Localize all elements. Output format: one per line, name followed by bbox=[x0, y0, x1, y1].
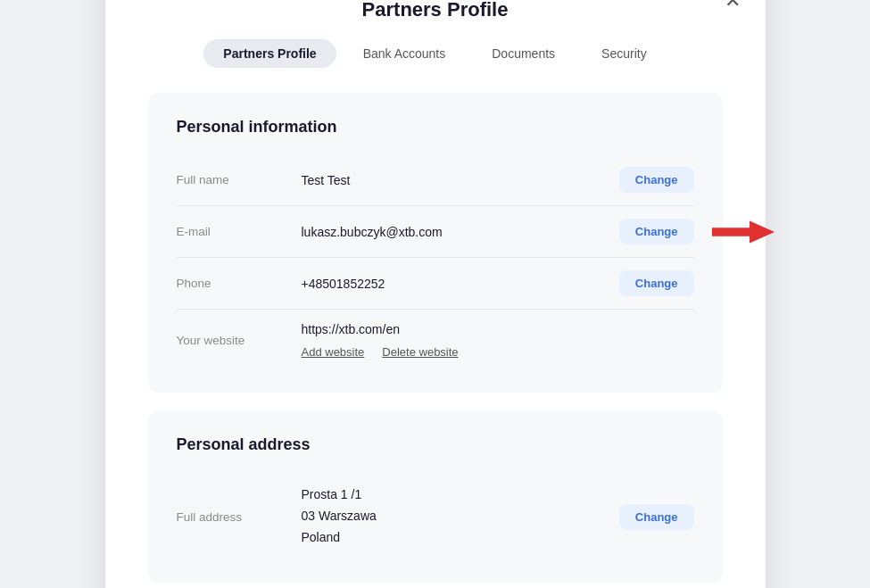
email-row: E-mail lukasz.bubczyk@xtb.com Change bbox=[177, 206, 694, 258]
fullname-label: Full name bbox=[177, 173, 302, 186]
close-button[interactable]: ✕ bbox=[721, 0, 744, 14]
address-change-button[interactable]: Change bbox=[619, 504, 694, 530]
partners-profile-modal: Partners Profile ✕ Partners Profile Bank… bbox=[105, 0, 766, 588]
phone-value: +48501852252 bbox=[302, 277, 619, 291]
modal-title: Partners Profile bbox=[362, 0, 509, 21]
phone-row: Phone +48501852252 Change bbox=[177, 258, 694, 310]
svg-marker-0 bbox=[712, 220, 775, 243]
red-arrow-icon bbox=[712, 216, 775, 248]
tab-bank-accounts[interactable]: Bank Accounts bbox=[344, 39, 466, 68]
modal-content: Personal information Full name Test Test… bbox=[105, 93, 766, 582]
tab-security[interactable]: Security bbox=[582, 39, 667, 68]
address-row: Full address Prosta 1 /1 03 Warszawa Pol… bbox=[177, 472, 694, 560]
email-value: lukasz.bubczyk@xtb.com bbox=[302, 225, 619, 239]
personal-address-title: Personal address bbox=[177, 435, 694, 454]
address-line-1: Prosta 1 /1 bbox=[302, 487, 362, 501]
email-change-button[interactable]: Change bbox=[619, 219, 694, 244]
website-value: https://xtb.com/en bbox=[302, 322, 694, 336]
address-label: Full address bbox=[177, 510, 302, 524]
phone-label: Phone bbox=[177, 277, 302, 290]
email-label: E-mail bbox=[177, 225, 302, 238]
tab-partners-profile[interactable]: Partners Profile bbox=[203, 39, 336, 68]
tab-bar: Partners Profile Bank Accounts Documents… bbox=[105, 39, 766, 68]
website-label: Your website bbox=[177, 334, 302, 347]
modal-header: Partners Profile bbox=[105, 0, 766, 21]
address-line-3: Poland bbox=[302, 530, 341, 544]
website-links: Add website Delete website bbox=[302, 342, 694, 359]
phone-change-button[interactable]: Change bbox=[619, 270, 694, 296]
website-row: Your website https://xtb.com/en Add webs… bbox=[177, 310, 694, 371]
arrow-annotation bbox=[712, 216, 775, 248]
address-line-2: 03 Warszawa bbox=[302, 509, 377, 523]
address-value: Prosta 1 /1 03 Warszawa Poland bbox=[302, 484, 619, 548]
add-website-button[interactable]: Add website bbox=[302, 345, 365, 359]
personal-info-title: Personal information bbox=[177, 118, 694, 137]
fullname-change-button[interactable]: Change bbox=[619, 167, 694, 193]
fullname-row: Full name Test Test Change bbox=[177, 154, 694, 206]
delete-website-button[interactable]: Delete website bbox=[382, 345, 458, 359]
fullname-value: Test Test bbox=[302, 173, 619, 187]
tab-documents[interactable]: Documents bbox=[472, 39, 575, 68]
personal-info-card: Personal information Full name Test Test… bbox=[148, 93, 723, 393]
personal-address-card: Personal address Full address Prosta 1 /… bbox=[148, 410, 723, 582]
